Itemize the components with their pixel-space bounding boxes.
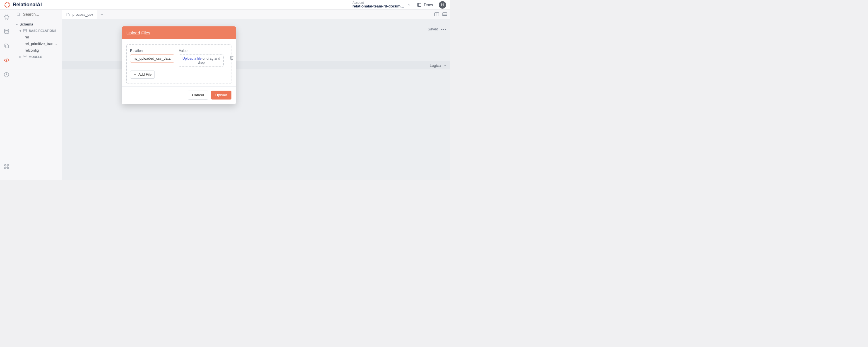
svg-rect-26 — [443, 14, 447, 16]
svg-point-20 — [24, 56, 26, 57]
docs-icon — [417, 3, 422, 7]
search-input[interactable] — [23, 12, 59, 16]
schema-panel: ▾ Schema ▾ BASE RELATIONS rel rel_primit… — [13, 10, 62, 180]
editor-content: process_csv Saved ••• Logical — [62, 10, 450, 180]
relation-item[interactable]: rel_primitive_transaction_edb — [13, 40, 62, 47]
table-icon — [23, 29, 27, 33]
top-header: RelationalAI Account relationalai-team-r… — [0, 0, 450, 10]
models-group[interactable]: ▸ MODELS — [13, 54, 62, 60]
upload-card: Relation Value Upload a file or drag and… — [126, 44, 231, 83]
brand-logo[interactable]: RelationalAI — [4, 2, 42, 8]
layout-bottom-icon[interactable] — [442, 12, 447, 16]
file-icon — [66, 12, 70, 16]
account-label: Account — [352, 1, 405, 4]
brand-text: RelationalAI — [12, 2, 42, 8]
modal-title: Upload Files — [122, 26, 236, 39]
svg-rect-23 — [435, 12, 439, 16]
main-area: ▾ Schema ▾ BASE RELATIONS rel rel_primit… — [0, 10, 450, 180]
base-relations-label: BASE RELATIONS — [29, 29, 56, 32]
result-mode[interactable]: Logical — [430, 63, 442, 68]
chevron-right-icon: ▸ — [20, 55, 21, 59]
svg-point-15 — [17, 13, 20, 15]
upload-link[interactable]: Upload a file — [182, 57, 202, 61]
tab-label: process_csv — [72, 12, 93, 16]
search-row — [13, 10, 62, 19]
icon-rail — [0, 10, 13, 180]
svg-rect-0 — [417, 3, 421, 6]
svg-rect-2 — [5, 16, 8, 19]
trash-icon[interactable] — [229, 55, 234, 60]
relation-item[interactable]: relconfig — [13, 47, 62, 54]
database-icon[interactable] — [3, 28, 11, 36]
result-bar: Logical — [62, 61, 450, 69]
relation-input[interactable] — [130, 55, 174, 63]
file-dropzone[interactable]: Upload a file or drag and drop — [179, 55, 224, 67]
svg-point-11 — [4, 29, 9, 31]
tab-process-csv[interactable]: process_csv — [62, 10, 97, 19]
add-file-label: Add File — [138, 73, 152, 77]
more-icon[interactable]: ••• — [441, 27, 447, 31]
models-icon — [23, 55, 27, 59]
svg-rect-12 — [5, 45, 8, 48]
search-icon — [16, 12, 21, 16]
schema-section[interactable]: ▾ Schema — [13, 21, 62, 28]
chevron-down-icon[interactable] — [407, 3, 411, 7]
chevron-down-icon: ▾ — [20, 29, 21, 33]
schema-tree: ▾ Schema ▾ BASE RELATIONS rel rel_primit… — [13, 19, 62, 62]
upload-modal: Upload Files Relation Value Upload a fil… — [122, 26, 236, 104]
avatar[interactable]: H — [439, 1, 446, 9]
svg-line-16 — [19, 15, 20, 16]
docs-link[interactable]: Docs — [417, 3, 433, 7]
saved-label: Saved — [428, 27, 438, 31]
chevron-down-icon[interactable] — [443, 64, 447, 67]
code-icon[interactable] — [3, 56, 11, 64]
docs-label: Docs — [424, 3, 433, 7]
avatar-initial: H — [441, 3, 444, 7]
copy-icon[interactable] — [3, 42, 11, 50]
keyboard-shortcuts-icon[interactable] — [3, 163, 11, 171]
clock-icon[interactable] — [3, 71, 11, 78]
compute-icon[interactable] — [3, 13, 11, 21]
add-tab-button[interactable] — [97, 10, 106, 19]
relation-item[interactable]: rel — [13, 34, 62, 40]
base-relations-group[interactable]: ▾ BASE RELATIONS — [13, 28, 62, 34]
upload-button[interactable]: Upload — [211, 91, 231, 100]
add-file-button[interactable]: Add File — [130, 71, 155, 78]
svg-line-13 — [6, 58, 7, 63]
account-selector[interactable]: Account relationalai-team-rd-docum… — [352, 1, 405, 8]
relation-label: Relation — [130, 49, 174, 53]
cancel-button[interactable]: Cancel — [188, 91, 208, 100]
schema-label: Schema — [20, 22, 33, 26]
models-label: MODELS — [29, 55, 42, 59]
value-label: Value — [179, 49, 224, 53]
pane-controls — [431, 10, 450, 19]
brand-mark-icon — [4, 2, 10, 8]
status-row: Saved ••• — [428, 27, 447, 31]
tab-bar: process_csv — [62, 10, 450, 19]
layout-side-icon[interactable] — [434, 12, 439, 16]
account-value: relationalai-team-rd-docum… — [352, 4, 405, 8]
chevron-down-icon: ▾ — [16, 22, 18, 26]
